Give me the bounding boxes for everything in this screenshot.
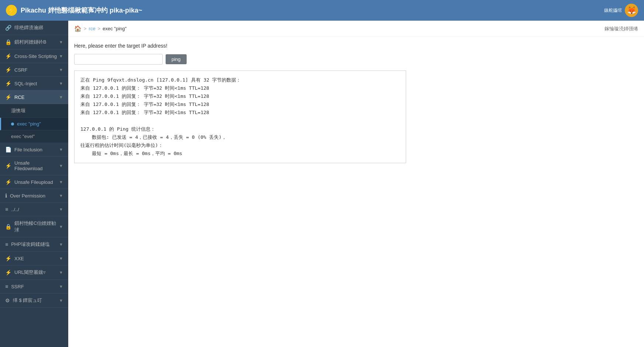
sidebar-item-xss[interactable]: ⚡ Cross-Site Scripting ▼ [0,49,68,63]
breadcrumb: 🏠 > rce > exec "ping" 鎵惀璇涜姉强绻 [68,21,644,37]
sidebar-item-burp-label: 绯栬鐔溃瀹綁 [14,24,43,31]
header-left: ⚡ Pikachu 姅忚礊缁楸範寯冲约 pika-pika~ [6,5,142,16]
sidebar-item-csrf-label: CSRF [14,67,27,73]
exec-evel-label: exec "evel" [11,134,35,139]
output-line-8: 往返行程的估计时间(以毫秒为单位)： [80,141,400,150]
breadcrumb-rce-link[interactable]: rce [89,26,96,31]
brute-icon: 🔒 [5,39,11,45]
avatar[interactable]: 🦊 [625,4,638,17]
sidebar-item-unsafe-filedownload-label: Unsafe Filedownload [14,160,59,171]
rce-submenu: 灏懊堰 exec "ping" exec "evel" [0,104,68,143]
over-permission-chevron: ▼ [59,193,63,198]
ping-button[interactable]: ping [166,54,187,64]
sidebar-subitem-vuln[interactable]: 灏懊堰 [0,104,68,118]
sidebar-item-file-inclusion-label: File Inclusion [14,147,42,152]
sidebar-item-phpobj[interactable]: 🔒 鎻村忚帹С佁娌娌勧浗 ▼ [0,216,68,237]
content-description: Here, please enter the target IP address… [74,43,638,49]
sidebar-item-xss-label: Cross-Site Scripting [14,54,57,59]
breadcrumb-current: exec "ping" [103,26,127,31]
unsafe-filedownload-icon: ⚡ [5,163,11,169]
phpdeseri-icon: ≡ [5,241,8,247]
header-user-text: 鏃舵攨绾 [604,7,622,14]
sidebar-subitem-exec-ping[interactable]: exec "ping" [0,118,68,130]
main-content: 🏠 > rce > exec "ping" 鎵惀璇涜姉强绻 Here, plea… [68,21,644,347]
breadcrumb-right-text: 鎵惀璇涜姉强绻 [605,25,638,32]
active-dot [11,123,14,126]
output-line-3: 来自 127.0.0.1 的回复： 字节=32 时间<1ms TTL=128 [80,92,400,100]
sidebar-item-phpdeseri[interactable]: ≡ PHP璿攻鎶鍒鐩塩 ▼ [0,237,68,252]
pikachu-icon: ⚡ [6,5,17,16]
input-row: ping [74,54,638,65]
output-line-2: 来自 127.0.0.1 的回复： 字节=32 时间<1ms TTL=128 [80,84,400,92]
output-line-5: 来自 127.0.0.1 的回复： 字节=32 时间<1ms TTL=128 [80,109,400,117]
file-inclusion-icon: 📄 [5,147,11,152]
breadcrumb-sep1: > [84,26,87,31]
dotdot-icon: ≡ [5,206,8,212]
unsafe-fileupload-chevron: ▼ [59,180,63,184]
sidebar-item-over-permission-label: Over Permission [10,193,45,199]
unsafe-filedownload-chevron: ▼ [59,164,63,168]
rce-chevron: ▼ [59,95,63,99]
sidebar-item-brute-label: 鎻村妸娌鐩砛B [14,39,46,45]
sidebar-item-phpobj-label: 鎻村忚帹С佁娌娌勧浗 [14,220,59,233]
sidebar-item-over-permission[interactable]: ℹ Over Permission ▼ [0,189,68,203]
header: ⚡ Pikachu 姅忚礊缁楸範寯冲约 pika-pika~ 鏃舵攨绾 🦊 [0,0,644,21]
phpobj-icon: 🔒 [5,224,11,230]
url-icon: ⚡ [5,269,11,275]
sidebar-item-brute[interactable]: 🔒 鎻村妸娌鐩砛B ▼ [0,35,68,49]
sidebar-item-url-label: URL閾嶅厬鑲▿ [14,269,46,276]
sqli-chevron: ▼ [59,81,63,86]
burp-icon: 🔗 [5,25,11,31]
output-line-9: 最短 = 0ms，最长 = 0ms，平均 = 0ms [80,150,400,158]
sidebar-item-csrf[interactable]: ⚡ CSRF ▼ [0,63,68,77]
sidebar-subitem-exec-evel[interactable]: exec "evel" [0,130,68,143]
sidebar-item-dotdot-label: ../../ [11,207,19,212]
sidebar-item-url[interactable]: ⚡ URL閾嶅厬鑲▿ ▼ [0,265,68,280]
sidebar-item-rce[interactable]: ⚡ RCE ▼ [0,90,68,104]
file-inclusion-chevron: ▼ [59,147,63,152]
output-line-1: 正在 Ping 9fqvxt.dnslog.cn [127.0.0.1] 具有 … [80,76,400,84]
brute-chevron: ▼ [59,40,63,44]
sidebar-item-xxe[interactable]: ⚡ XXE ▼ [0,252,68,265]
sidebar-item-misc[interactable]: ⚙ 缂 $ 鐔宸ュ叮 ▼ [0,293,68,308]
rce-icon: ⚡ [5,94,11,100]
sidebar-item-phpdeseri-label: PHP璿攻鎶鍒鐩塩 [11,241,50,248]
sidebar-item-rce-label: RCE [14,95,24,100]
sidebar-item-sqli-label: SQL-Inject [14,81,37,86]
xss-icon: ⚡ [5,53,11,59]
misc-icon: ⚙ [5,298,10,303]
sidebar: 🔗 绯栬鐔溃瀹綁 🔒 鎻村妸娌鐩砛B ▼ ⚡ Cross-Site Script… [0,21,68,347]
header-right: 鏃舵攨绾 🦊 [604,4,638,17]
xss-chevron: ▼ [59,54,63,58]
vuln-label: 灏懊堰 [11,107,25,114]
sidebar-item-unsafe-fileupload-label: Unsafe Fileupload [14,179,53,185]
unsafe-fileupload-icon: ⚡ [5,179,11,185]
over-permission-icon: ℹ [5,193,7,199]
header-title: Pikachu 姅忚礊缁楸範寯冲约 pika-pika~ [21,6,142,15]
sidebar-item-unsafe-filedownload[interactable]: ⚡ Unsafe Filedownload ▼ [0,157,68,175]
csrf-icon: ⚡ [5,67,11,73]
ip-input[interactable] [74,54,163,65]
url-chevron: ▼ [59,270,63,275]
sidebar-item-burp[interactable]: 🔗 绯栬鐔溃瀹綁 [0,21,68,35]
sqli-icon: ⚡ [5,80,11,86]
breadcrumb-home-icon: 🏠 [74,25,82,32]
breadcrumb-sep2: > [98,26,101,31]
sidebar-item-ssrf[interactable]: ≡ SSRF ▼ [0,280,68,293]
sidebar-item-xxe-label: XXE [14,256,24,261]
xxe-chevron: ▼ [59,256,63,261]
output-box: 正在 Ping 9fqvxt.dnslog.cn [127.0.0.1] 具有 … [74,71,406,163]
ssrf-chevron: ▼ [59,284,63,289]
csrf-chevron: ▼ [59,68,63,72]
sidebar-item-unsafe-fileupload[interactable]: ⚡ Unsafe Fileupload ▼ [0,175,68,189]
phpdeseri-chevron: ▼ [59,242,63,247]
sidebar-item-sqli[interactable]: ⚡ SQL-Inject ▼ [0,77,68,90]
dotdot-chevron: ▼ [59,207,63,212]
ssrf-icon: ≡ [5,284,8,289]
sidebar-item-misc-label: 缂 $ 鐔宸ュ叮 [13,297,42,304]
xxe-icon: ⚡ [5,255,11,261]
sidebar-item-dotdot[interactable]: ≡ ../../ ▼ [0,203,68,216]
output-line-blank [80,117,400,125]
phpobj-chevron: ▼ [59,224,63,229]
sidebar-item-file-inclusion[interactable]: 📄 File Inclusion ▼ [0,143,68,157]
